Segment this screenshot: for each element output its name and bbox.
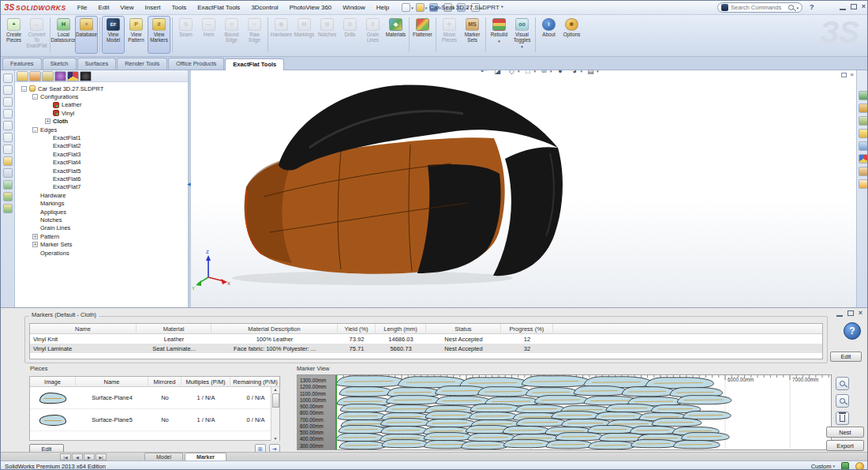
piece-row[interactable]: Surface-Plane4 No 1 / N/A 0 / N/A	[30, 387, 279, 409]
marker-view-canvas[interactable]: 1300.00mm1200.00mm1100.00mm1000.00mm900.…	[297, 374, 832, 450]
tree-item[interactable]: ExactFlat3	[15, 150, 188, 158]
expand-toggle-icon[interactable]: +	[45, 118, 51, 124]
heads-up-button[interactable]: ◇ ▾	[507, 70, 520, 76]
column-header[interactable]: Image	[30, 377, 76, 387]
delete-icon[interactable]	[836, 412, 849, 425]
ribbon-button[interactable]: D Drills	[339, 16, 361, 54]
pieces-scrollbar[interactable]: ▲ ▼	[271, 387, 279, 441]
expand-toggle-icon[interactable]: +	[32, 234, 38, 239]
ribbon-button[interactable]: Flattener	[411, 16, 434, 54]
marker-row[interactable]: Vinyl Knit Leather 100% Leather 73.92 14…	[30, 334, 822, 344]
search-icon[interactable]	[788, 5, 794, 10]
markers-edit-button[interactable]: Edit	[830, 352, 862, 362]
ribbon-button[interactable]: H Local Datasource	[52, 16, 75, 54]
custom-properties-icon[interactable]	[859, 167, 868, 176]
tree-item[interactable]: - Edges	[15, 126, 188, 133]
ribbon-button[interactable]: ✱ Options	[560, 16, 583, 54]
ribbon-button[interactable]: — Hem	[197, 16, 220, 54]
displaymanager-icon[interactable]	[67, 71, 79, 81]
boundary-icon[interactable]	[3, 133, 13, 142]
nested-pieces-view[interactable]: 1000.00mm2000.00mm3000.00mm4000.00mm5000…	[337, 375, 831, 449]
ribbon-button[interactable]: EF View Model	[102, 16, 125, 54]
unit-system-selector[interactable]: Custom ▾	[811, 463, 835, 470]
chevron-down-icon[interactable]: ▾	[796, 6, 799, 10]
command-tab[interactable]: Office Products	[168, 58, 224, 70]
heads-up-button[interactable]	[464, 70, 475, 76]
ribbon-button[interactable]: S Seam	[174, 16, 197, 54]
view-palette-icon[interactable]	[859, 129, 868, 138]
prev-sheet-icon[interactable]: ◀	[72, 453, 83, 461]
ribbon-button[interactable]	[535, 17, 536, 52]
heads-up-button[interactable]: □ ▾	[523, 70, 537, 76]
ribbon-button[interactable]: // Grain Lines	[361, 16, 384, 54]
column-header[interactable]: Name	[76, 377, 148, 387]
menu-item[interactable]: ExactFlat Tools	[193, 2, 245, 13]
search-input[interactable]	[731, 4, 786, 11]
surface-trim-icon[interactable]	[3, 204, 13, 213]
collapse-panel-icon[interactable]: ◀	[187, 181, 191, 186]
exactflat-manager-icon[interactable]	[80, 71, 92, 81]
scrollbar-thumb[interactable]	[272, 393, 279, 408]
tree-item[interactable]: ExactFlat5	[15, 167, 188, 175]
expand-toggle-icon[interactable]: -	[21, 86, 27, 92]
last-sheet-icon[interactable]: ▶|	[95, 453, 107, 461]
ribbon-button[interactable]: ✛ Move Pieces	[438, 16, 461, 54]
close-icon[interactable]: ×	[859, 310, 862, 317]
help-button[interactable]: ?	[844, 322, 861, 340]
configurationmanager-icon[interactable]	[42, 71, 54, 81]
dimension-icon[interactable]	[3, 168, 13, 178]
tree-item[interactable]: + Pattern	[15, 232, 188, 240]
close-icon[interactable]: ×	[862, 3, 866, 10]
column-header[interactable]: Multiples (P/M)	[181, 377, 230, 387]
tree-item[interactable]: ExactFlat2	[15, 142, 188, 150]
zoom-in-icon[interactable]	[836, 377, 849, 390]
tree-item[interactable]: Appliques	[15, 208, 188, 216]
heads-up-button[interactable]: ●	[556, 70, 567, 76]
ribbon-button[interactable]: M Markings	[293, 16, 316, 54]
column-header[interactable]: Status	[426, 324, 501, 334]
menu-item[interactable]: Edit	[94, 2, 114, 13]
tree-item[interactable]: - Configurations	[15, 92, 188, 100]
tree-item[interactable]: Leather	[15, 101, 188, 109]
file-explorer-icon[interactable]	[859, 116, 868, 126]
ribbon-button[interactable]: = Bound Edge	[220, 16, 243, 54]
ribbon-button[interactable]: i About	[537, 16, 560, 54]
minimize-icon[interactable]	[836, 315, 843, 317]
ribbon-button[interactable]	[436, 17, 436, 52]
heads-up-button[interactable]: ◕ ▾	[570, 70, 583, 76]
ribbon-button[interactable]	[409, 17, 410, 52]
ribbon-button[interactable]: → Convert To ExactFlat	[25, 16, 48, 54]
tree-item[interactable]: Notches	[15, 216, 188, 224]
ribbon-button[interactable]	[268, 17, 268, 52]
expand-toggle-icon[interactable]: -	[32, 127, 38, 133]
resources-icon[interactable]	[859, 91, 868, 100]
column-header[interactable]: Name	[30, 324, 137, 334]
ribbon-button[interactable]: + Create Pieces	[2, 16, 25, 54]
ribbon-button[interactable]: ◆ Materials	[384, 16, 407, 54]
ribbon-button[interactable]: MS Marker Sets	[461, 16, 484, 54]
column-header[interactable]: Remaining (P/M)	[230, 377, 281, 387]
exactflat-pane-icon[interactable]	[859, 179, 868, 189]
menu-item[interactable]: PhotoView 360	[285, 2, 337, 13]
column-header[interactable]: Mirrored	[148, 377, 181, 387]
tree-item[interactable]: Vinyl	[15, 109, 188, 117]
propertymanager-icon[interactable]	[29, 71, 41, 81]
next-sheet-icon[interactable]: ▶	[84, 453, 95, 461]
scroll-up-icon[interactable]: ▲	[274, 387, 278, 392]
command-tab[interactable]: Surfaces	[77, 58, 117, 70]
column-header[interactable]: Progress (%)	[501, 324, 553, 334]
command-tab[interactable]: ExactFlat Tools	[225, 58, 284, 70]
marker-row[interactable]: Vinyl Laminate Seat Laminate... Face fab…	[30, 344, 822, 353]
tree-item[interactable]: Grain Lines	[15, 224, 188, 232]
ribbon-button[interactable]: ⊕ Hardware	[270, 16, 293, 54]
sweep-icon[interactable]	[3, 109, 13, 118]
sheet-tab[interactable]: Marker	[185, 453, 226, 461]
restore-icon[interactable]	[841, 73, 847, 77]
expand-toggle-icon[interactable]: +	[32, 242, 38, 247]
ribbon-button[interactable]: ≡ Database	[75, 16, 98, 54]
sketch-icon[interactable]	[3, 156, 13, 166]
ribbon-button[interactable]	[99, 17, 100, 52]
sheet-tab[interactable]: Model	[144, 453, 183, 461]
column-header[interactable]: Material Description	[211, 324, 338, 334]
heads-up-button[interactable]: ▤ ▾	[586, 70, 599, 76]
